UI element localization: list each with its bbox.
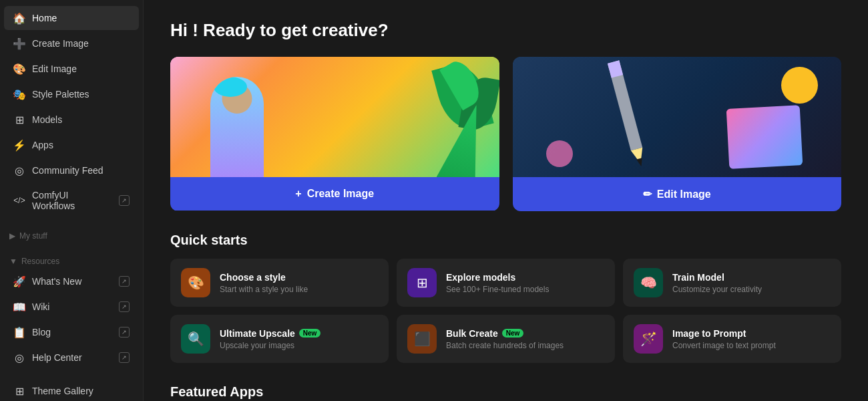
image-to-prompt-title: Image to Prompt bbox=[672, 328, 831, 339]
train-model-desc: Customize your creativity bbox=[672, 285, 831, 294]
pencil-icon-btn: ✏ bbox=[643, 188, 652, 200]
choose-style-desc: Start with a style you like bbox=[220, 285, 378, 294]
sidebar-item-home[interactable]: 🏠 Home bbox=[4, 6, 139, 30]
sidebar: 🏠 Home ➕ Create Image 🎨 Edit Image 🎭 Sty… bbox=[0, 0, 144, 401]
edit-image-btn-label: Edit Image bbox=[657, 188, 711, 200]
sidebar-item-comfyui-label: ComfyUI Workflows bbox=[32, 190, 112, 211]
sidebar-item-whats-new[interactable]: 🚀 What's New ↗ bbox=[4, 269, 139, 293]
palette-icon: 🎭 bbox=[13, 88, 25, 100]
sidebar-item-create-image[interactable]: ➕ Create Image bbox=[4, 31, 139, 55]
my-stuff-label: My stuff bbox=[19, 231, 47, 241]
edit-image-button[interactable]: ✏ Edit Image bbox=[513, 177, 842, 211]
quick-starts-grid: 🎨 Choose a style Start with a style you … bbox=[170, 259, 841, 363]
edit-image-thumbnail bbox=[513, 57, 842, 177]
sidebar-section-resources[interactable]: ▼ Resources bbox=[0, 251, 143, 269]
create-image-btn-label: Create Image bbox=[307, 188, 375, 200]
code-icon: </> bbox=[13, 194, 25, 207]
ultimate-upscale-title: Ultimate Upscale New bbox=[220, 328, 378, 339]
rocket-icon: 🚀 bbox=[13, 275, 25, 287]
svg-marker-3 bbox=[636, 158, 644, 167]
sidebar-item-comfyui[interactable]: </> ComfyUI Workflows ↗ bbox=[4, 184, 139, 217]
sidebar-item-wiki-label: Wiki bbox=[32, 301, 49, 312]
help-icon: ◎ bbox=[13, 352, 25, 364]
quick-start-explore-models[interactable]: ⊞ Explore models See 100+ Fine-tuned mod… bbox=[397, 259, 615, 307]
sidebar-item-create-image-label: Create Image bbox=[32, 38, 89, 49]
resources-label: Resources bbox=[21, 257, 59, 266]
choose-style-icon: 🎨 bbox=[181, 268, 210, 297]
sidebar-item-edit-image-label: Edit Image bbox=[32, 63, 77, 74]
train-model-text: Train Model Customize your creativity bbox=[672, 272, 831, 294]
plus-icon: ➕ bbox=[13, 37, 25, 49]
quick-start-ultimate-upscale[interactable]: 🔍 Ultimate Upscale New Upscale your imag… bbox=[170, 315, 389, 363]
explore-models-icon: ⊞ bbox=[407, 268, 437, 297]
choose-style-text: Choose a style Start with a style you li… bbox=[220, 272, 378, 294]
ultimate-upscale-icon: 🔍 bbox=[181, 324, 210, 354]
sidebar-item-models[interactable]: ⊞ Models bbox=[4, 108, 139, 132]
svg-marker-2 bbox=[630, 148, 646, 165]
bulk-create-icon: ⬛ bbox=[407, 324, 437, 354]
bulk-create-desc: Batch create hundreds of images bbox=[446, 341, 604, 350]
models-icon: ⊞ bbox=[13, 114, 25, 126]
chevron-right-icon: ▶ bbox=[9, 231, 15, 241]
quick-start-choose-style[interactable]: 🎨 Choose a style Start with a style you … bbox=[170, 259, 389, 307]
sidebar-item-whats-new-label: What's New bbox=[32, 276, 81, 287]
external-link-icon-3: ↗ bbox=[119, 301, 130, 312]
new-badge-upscale: New bbox=[299, 329, 321, 338]
train-model-title: Train Model bbox=[672, 272, 831, 283]
bulk-create-title: Bulk Create New bbox=[446, 328, 604, 339]
featured-apps-title: Featured Apps bbox=[170, 384, 841, 400]
sidebar-item-theme-gallery-label: Theme Gallery bbox=[32, 386, 93, 396]
sidebar-item-home-label: Home bbox=[32, 13, 57, 23]
hero-card-edit-image[interactable]: ✏ Edit Image bbox=[513, 57, 842, 211]
quick-starts-title: Quick starts bbox=[170, 233, 841, 248]
sidebar-item-edit-image[interactable]: 🎨 Edit Image bbox=[4, 57, 139, 81]
sidebar-item-style-palettes[interactable]: 🎭 Style Palettes bbox=[4, 82, 139, 106]
sidebar-item-apps[interactable]: ⚡ Apps bbox=[4, 133, 139, 157]
choose-style-title: Choose a style bbox=[220, 272, 378, 283]
page-title: Hi ! Ready to get creative? bbox=[170, 20, 841, 41]
quick-start-bulk-create[interactable]: ⬛ Bulk Create New Batch create hundreds … bbox=[397, 315, 615, 363]
new-badge-bulk: New bbox=[502, 329, 524, 338]
external-link-icon: ↗ bbox=[119, 195, 130, 206]
explore-models-text: Explore models See 100+ Fine-tuned model… bbox=[446, 272, 604, 294]
sidebar-item-apps-label: Apps bbox=[32, 140, 53, 150]
apps-icon: ⚡ bbox=[13, 139, 25, 151]
sidebar-item-blog[interactable]: 📋 Blog ↗ bbox=[4, 320, 139, 344]
svg-rect-1 bbox=[607, 60, 622, 78]
chevron-down-icon: ▼ bbox=[9, 257, 17, 266]
sidebar-item-help-center[interactable]: ◎ Help Center ↗ bbox=[4, 346, 139, 370]
explore-models-desc: See 100+ Fine-tuned models bbox=[446, 285, 604, 294]
sidebar-item-community-feed-label: Community Feed bbox=[32, 165, 103, 176]
sidebar-item-wiki[interactable]: 📖 Wiki ↗ bbox=[4, 295, 139, 319]
plus-icon-btn: + bbox=[295, 188, 301, 200]
sidebar-section-my-stuff[interactable]: ▶ My stuff bbox=[0, 226, 143, 243]
quick-start-image-to-prompt[interactable]: 🪄 Image to Prompt Convert image to text … bbox=[623, 315, 841, 363]
ultimate-upscale-text: Ultimate Upscale New Upscale your images bbox=[220, 328, 378, 350]
create-image-thumbnail bbox=[170, 57, 499, 177]
main-content: Hi ! Ready to get creative? + Create Ima… bbox=[144, 0, 868, 401]
quick-start-train-model[interactable]: 🧠 Train Model Customize your creativity bbox=[623, 259, 841, 307]
train-model-icon: 🧠 bbox=[634, 268, 663, 297]
sidebar-item-models-label: Models bbox=[32, 114, 62, 125]
create-image-button[interactable]: + Create Image bbox=[170, 177, 499, 211]
sidebar-item-community-feed[interactable]: ◎ Community Feed bbox=[4, 158, 139, 182]
sidebar-item-theme-gallery[interactable]: ⊞ Theme Gallery bbox=[4, 379, 139, 401]
blog-icon: 📋 bbox=[13, 326, 25, 338]
sidebar-item-style-palettes-label: Style Palettes bbox=[32, 89, 89, 100]
wiki-icon: 📖 bbox=[13, 301, 25, 313]
ultimate-upscale-desc: Upscale your images bbox=[220, 341, 378, 350]
edit-icon: 🎨 bbox=[13, 63, 25, 75]
image-to-prompt-icon: 🪄 bbox=[634, 324, 663, 354]
hero-cards-container: + Create Image bbox=[170, 57, 841, 211]
sidebar-item-help-center-label: Help Center bbox=[32, 352, 82, 363]
bulk-create-text: Bulk Create New Batch create hundreds of… bbox=[446, 328, 604, 350]
external-link-icon-2: ↗ bbox=[119, 276, 130, 287]
community-icon: ◎ bbox=[13, 164, 25, 176]
image-to-prompt-desc: Convert image to text prompt bbox=[672, 341, 831, 350]
external-link-icon-4: ↗ bbox=[119, 327, 130, 338]
theme-icon: ⊞ bbox=[13, 385, 25, 397]
explore-models-title: Explore models bbox=[446, 272, 604, 283]
home-icon: 🏠 bbox=[13, 12, 25, 24]
sidebar-item-blog-label: Blog bbox=[32, 327, 51, 338]
hero-card-create-image[interactable]: + Create Image bbox=[170, 57, 499, 211]
